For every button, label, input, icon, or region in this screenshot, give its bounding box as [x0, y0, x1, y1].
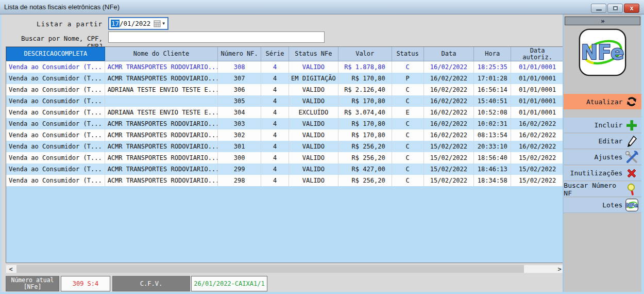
tools-icon [625, 151, 638, 164]
cell-descricao: Venda ao Consumidor (T... [6, 152, 105, 164]
status-bar: Número atual [NFe] 309 S:4 C.F.V. 26/01/… [2, 275, 564, 292]
table-row[interactable]: Venda ao Consumidor (T...ACMR TRANSPORTE… [6, 129, 564, 141]
cell-valor: R$ 2.126,40 [338, 84, 392, 95]
cell-status: C [392, 141, 424, 152]
magnifier-icon [625, 183, 638, 196]
cell-hora: 18:46:13 [474, 164, 511, 175]
cell-data: 15/02/2022 [424, 141, 474, 152]
column-header-serie[interactable]: Série [261, 47, 289, 61]
ajustes-button[interactable]: Ajustes [564, 150, 641, 165]
horizontal-scrollbar[interactable]: < > [6, 265, 565, 273]
table-row[interactable]: Venda ao Consumidor (T...3054VALIDOR$ 17… [6, 95, 564, 107]
cell-valor: R$ 1.878,80 [338, 61, 392, 73]
cell-autoriz: 01/01/0001 [511, 61, 564, 73]
cell-numero: 306 [218, 84, 261, 95]
column-header-valor[interactable]: Valor [338, 47, 392, 61]
date-rest-segment: /01/2022 [120, 20, 150, 27]
column-header-status_nfe[interactable]: Status NFe [289, 47, 338, 61]
column-header-hora[interactable]: Hora [474, 47, 511, 61]
maximize-button[interactable] [607, 4, 623, 13]
table-row[interactable]: Venda ao Consumidor (T...ACMR TRANSPORTE… [6, 141, 564, 152]
sidebar: » NFe Atualizar Incluir [563, 14, 644, 292]
close-icon: x [630, 4, 634, 12]
cell-cliente: ACMR TRANSPORTES RODOVIARIO... [105, 141, 218, 152]
cell-serie: 4 [261, 95, 289, 107]
window-title: Lista de notas fiscais eletrônicas (NFe) [0, 0, 644, 14]
minimize-button[interactable] [591, 4, 606, 13]
cfv-panel: C.F.V. [112, 276, 190, 291]
cell-serie: 4 [261, 61, 289, 73]
close-button[interactable]: x [624, 4, 639, 13]
scroll-left-icon[interactable]: < [6, 266, 15, 273]
cell-cliente: ACMR TRANSPORTES RODOVIARIO... [105, 152, 218, 164]
cell-data: 15/02/2022 [424, 164, 474, 175]
date-input[interactable]: 17/01/2022 ▼ [108, 17, 168, 30]
main-area: Listar a partir 17/01/2022 ▼ Buscar por … [2, 14, 563, 292]
cell-hora: 18:25:35 [474, 61, 511, 73]
cell-numero: 303 [218, 118, 261, 129]
atualizar-button[interactable]: Atualizar [564, 94, 641, 109]
lotes-button[interactable]: Lotes NFe [564, 198, 641, 213]
cell-serie: 4 [261, 141, 289, 152]
cell-valor: R$ 256,20 [338, 152, 392, 164]
minimize-icon [596, 9, 602, 11]
cell-hora: 16:56:14 [474, 84, 511, 95]
cell-hora: 10:02:31 [474, 118, 511, 129]
editar-button[interactable]: Editar [564, 134, 641, 149]
table-row[interactable]: Venda ao Consumidor (T...ACMR TRANSPORTE… [6, 118, 564, 129]
collapse-sidebar-button[interactable]: » [565, 17, 640, 25]
table-row[interactable]: Venda ao Consumidor (T...ACMR TRANSPORTE… [6, 164, 564, 175]
cell-serie: 4 [261, 118, 289, 129]
cell-data: 15/02/2022 [424, 175, 474, 186]
cell-descricao: Venda ao Consumidor (T... [6, 95, 105, 107]
cell-numero: 307 [218, 73, 261, 84]
cell-status_nfe: EXCLUÍDO [289, 107, 338, 118]
cell-valor: R$ 170,80 [338, 95, 392, 107]
column-header-autoriz[interactable]: Data autoriz. [511, 47, 564, 61]
grid-header-row: DESCRICAOCOMPLETANome do ClienteNúmero N… [6, 47, 564, 61]
cell-autoriz: 16/02/2022 [511, 118, 564, 129]
cell-descricao: Venda ao Consumidor (T... [6, 61, 105, 73]
column-header-cliente[interactable]: Nome do Cliente [105, 47, 218, 61]
scrollbar-thumb[interactable] [16, 265, 524, 273]
cell-numero: 300 [218, 152, 261, 164]
table-row[interactable]: Venda ao Consumidor (T...ADRIANA TESTE E… [6, 84, 564, 95]
invoice-grid: DESCRICAOCOMPLETANome do ClienteNúmero N… [6, 46, 565, 263]
titlebar: Lista de notas fiscais eletrônicas (NFe)… [0, 0, 644, 14]
cell-status_nfe: VALIDO [289, 95, 338, 107]
buscar-numero-nf-button[interactable]: Buscar Número NF [564, 182, 641, 197]
date-selected-segment: 17 [111, 20, 120, 27]
svg-text:NFe: NFe [625, 202, 638, 209]
cell-descricao: Venda ao Consumidor (T... [6, 164, 105, 175]
cell-descricao: Venda ao Consumidor (T... [6, 84, 105, 95]
incluir-button[interactable]: Incluir [564, 118, 641, 133]
table-row[interactable]: Venda ao Consumidor (T...ACMR TRANSPORTE… [6, 152, 564, 164]
cell-status: C [392, 118, 424, 129]
cell-status_nfe: VALIDO [289, 141, 338, 152]
cell-descricao: Venda ao Consumidor (T... [6, 118, 105, 129]
table-row[interactable]: Venda ao Consumidor (T...ACMR TRANSPORTE… [6, 73, 564, 84]
cell-valor: R$ 256,20 [338, 141, 392, 152]
calendar-icon[interactable] [154, 20, 161, 27]
cell-descricao: Venda ao Consumidor (T... [6, 107, 105, 118]
cell-cliente: ACMR TRANSPORTES RODOVIARIO... [105, 129, 218, 141]
app-window: Lista de notas fiscais eletrônicas (NFe)… [0, 0, 644, 294]
search-input[interactable] [108, 31, 325, 43]
cell-status: C [392, 61, 424, 73]
table-row[interactable]: Venda ao Consumidor (T...ACMR TRANSPORTE… [6, 61, 564, 73]
column-header-descricao[interactable]: DESCRICAOCOMPLETA [6, 47, 105, 61]
cell-valor: R$ 170,80 [338, 129, 392, 141]
column-header-data[interactable]: Data [424, 47, 474, 61]
red-x-icon [625, 167, 638, 180]
cell-serie: 4 [261, 107, 289, 118]
cell-hora: 20:33:10 [474, 141, 511, 152]
table-row[interactable]: Venda ao Consumidor (T...ACMR TRANSPORTE… [6, 175, 564, 186]
column-header-numero[interactable]: Número NF. [218, 47, 261, 61]
table-row[interactable]: Venda ao Consumidor (T...ADRIANA TESTE E… [6, 107, 564, 118]
cell-status: C [392, 129, 424, 141]
column-header-status[interactable]: Status [392, 47, 424, 61]
chevron-down-icon[interactable]: ▼ [162, 21, 165, 26]
inutilizacoes-button[interactable]: Inutilizações [564, 166, 641, 181]
cell-data: 16/02/2022 [424, 107, 474, 118]
cell-autoriz: 15/02/2022 [511, 164, 564, 175]
